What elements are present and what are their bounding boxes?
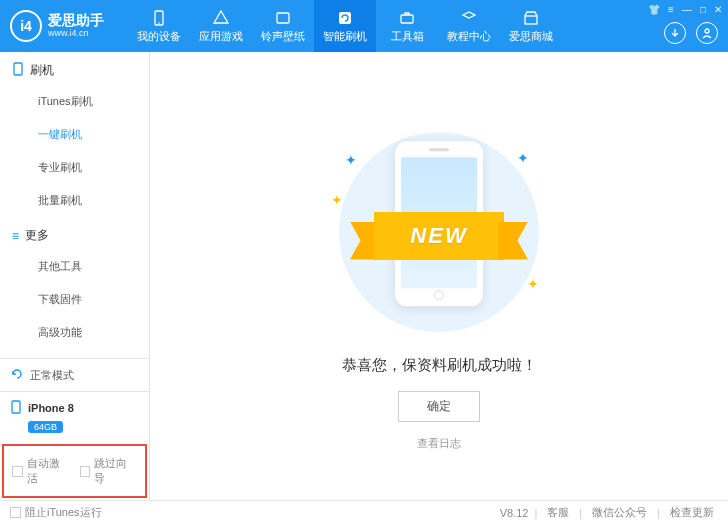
storage-badge: 64GB — [28, 421, 63, 433]
window-controls: 👕 ≡ — □ ✕ — [648, 4, 722, 15]
nav-ringtone[interactable]: 铃声壁纸 — [252, 0, 314, 52]
sidebar-item-other-tools[interactable]: 其他工具 — [0, 250, 149, 283]
ringtone-icon — [274, 9, 292, 27]
footer: 阻止iTunes运行 V8.12 | 客服 | 微信公众号 | 检查更新 — [0, 500, 728, 524]
svg-rect-2 — [277, 13, 289, 23]
bottom-options-highlighted: 自动激活 跳过向导 — [2, 444, 147, 498]
store-icon — [522, 9, 540, 27]
main-content: ✦✦✦✦ NEW 恭喜您，保资料刷机成功啦！ 确定 查看日志 — [150, 52, 728, 500]
sidebar-item-pro-flash[interactable]: 专业刷机 — [0, 151, 149, 184]
confirm-button[interactable]: 确定 — [398, 391, 480, 422]
nav-apps[interactable]: 应用游戏 — [190, 0, 252, 52]
minimize-icon[interactable]: — — [682, 4, 692, 15]
svg-rect-8 — [12, 401, 20, 413]
nav-flash[interactable]: 智能刷机 — [314, 0, 376, 52]
view-log-link[interactable]: 查看日志 — [417, 436, 461, 451]
tools-icon — [398, 9, 416, 27]
apps-icon — [212, 9, 230, 27]
close-icon[interactable]: ✕ — [714, 4, 722, 15]
skip-guide-checkbox[interactable]: 跳过向导 — [80, 456, 138, 486]
nav-tutorial[interactable]: 教程中心 — [438, 0, 500, 52]
auto-activate-checkbox[interactable]: 自动激活 — [12, 456, 70, 486]
nav-tabs: 我的设备 应用游戏 铃声壁纸 智能刷机 工具箱 教程中心 爱思商城 — [128, 0, 728, 52]
flash-icon — [336, 9, 354, 27]
nav-tools[interactable]: 工具箱 — [376, 0, 438, 52]
menu-icon[interactable]: ≡ — [668, 4, 674, 15]
download-button[interactable] — [664, 22, 686, 44]
success-message: 恭喜您，保资料刷机成功啦！ — [342, 356, 537, 375]
new-ribbon: NEW — [354, 212, 524, 260]
nav-my-device[interactable]: 我的设备 — [128, 0, 190, 52]
device-icon — [150, 9, 168, 27]
sidebar-item-advanced[interactable]: 高级功能 — [0, 316, 149, 349]
tutorial-icon — [460, 9, 478, 27]
maximize-icon[interactable]: □ — [700, 4, 706, 15]
svg-point-6 — [705, 29, 709, 33]
user-button[interactable] — [696, 22, 718, 44]
sidebar-section-more: ≡ 更多 — [0, 217, 149, 250]
phone-icon — [12, 62, 24, 79]
check-update-link[interactable]: 检查更新 — [666, 505, 718, 520]
nav-store[interactable]: 爱思商城 — [500, 0, 562, 52]
list-icon: ≡ — [12, 229, 19, 243]
success-illustration: ✦✦✦✦ NEW — [319, 132, 559, 332]
sidebar-item-batch-flash[interactable]: 批量刷机 — [0, 184, 149, 217]
logo-icon: i4 — [10, 10, 42, 42]
block-itunes-checkbox[interactable]: 阻止iTunes运行 — [10, 505, 102, 520]
svg-point-1 — [158, 22, 160, 24]
service-link[interactable]: 客服 — [543, 505, 573, 520]
sidebar-item-download-firmware[interactable]: 下载固件 — [0, 283, 149, 316]
sidebar-section-flash: 刷机 — [0, 52, 149, 85]
svg-rect-5 — [525, 16, 537, 24]
version-label: V8.12 — [500, 507, 529, 519]
svg-rect-4 — [401, 15, 413, 23]
sidebar-item-itunes-flash[interactable]: iTunes刷机 — [0, 85, 149, 118]
logo-title: 爱思助手 — [48, 13, 104, 28]
refresh-icon — [10, 367, 24, 383]
status-mode[interactable]: 正常模式 — [0, 358, 149, 391]
app-header: i4 爱思助手 www.i4.cn 我的设备 应用游戏 铃声壁纸 智能刷机 工具… — [0, 0, 728, 52]
shirt-icon[interactable]: 👕 — [648, 4, 660, 15]
device-phone-icon — [10, 400, 22, 416]
svg-rect-7 — [14, 63, 22, 75]
sidebar: 刷机 iTunes刷机 一键刷机 专业刷机 批量刷机 ≡ 更多 其他工具 下载固… — [0, 52, 150, 500]
wechat-link[interactable]: 微信公众号 — [588, 505, 651, 520]
svg-rect-3 — [339, 12, 351, 24]
device-info[interactable]: iPhone 8 64GB — [0, 391, 149, 442]
sidebar-item-onekey-flash[interactable]: 一键刷机 — [0, 118, 149, 151]
logo: i4 爱思助手 www.i4.cn — [0, 10, 114, 42]
logo-url: www.i4.cn — [48, 29, 104, 39]
